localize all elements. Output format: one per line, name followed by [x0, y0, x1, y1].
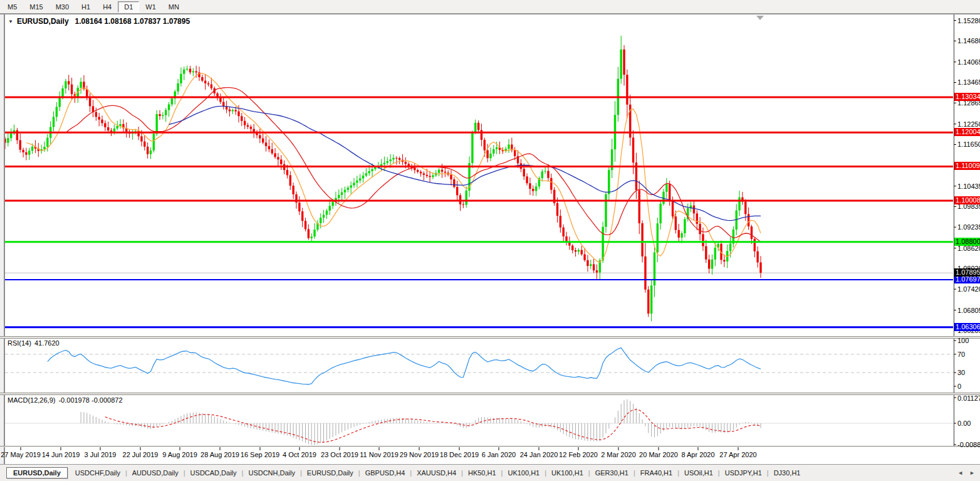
date-axis-label: 12 Feb 2020: [559, 451, 598, 458]
date-axis-label: 8 Apr 2020: [681, 451, 714, 458]
rsi-name: RSI(14): [8, 339, 31, 347]
date-axis-label: 28 Aug 2019: [201, 451, 239, 458]
tab-usdcnh-daily[interactable]: USDCNH,Daily: [243, 467, 300, 478]
date-axis-label: 11 Nov 2019: [360, 451, 399, 458]
price-axis-label: 1.14680: [957, 37, 980, 45]
date-axis-label: 2 Mar 2020: [601, 451, 636, 458]
macd-axis-label: 0.00: [957, 420, 971, 427]
date-axis-label: 27 Apr 2020: [719, 451, 756, 458]
tab-eurusd-daily[interactable]: EURUSD,Daily: [302, 467, 358, 478]
tab-uk100-h1[interactable]: UK100,H1: [503, 467, 545, 478]
tab-usoil-h1[interactable]: USOil,H1: [679, 467, 718, 478]
tab-gbpusd-h4[interactable]: GBPUSD,H4: [360, 467, 410, 478]
chart-title: ▼ EURUSD,Daily 1.08164 1.08168 1.07837 1…: [8, 17, 190, 26]
price-line-badge: 1.08800: [954, 238, 980, 246]
rsi-indicator-label: RSI(14)41.7620: [8, 339, 60, 347]
tab-hk50-h1[interactable]: HK50,H1: [463, 467, 501, 478]
chart-symbol-period: EURUSD,Daily: [17, 17, 69, 26]
price-axis-label: 1.10435: [957, 182, 980, 190]
rsi-axis-label: 70: [957, 351, 965, 358]
tab-scroll-left-icon[interactable]: ◄: [957, 470, 963, 476]
price-axis-label: 1.06805: [957, 307, 980, 314]
date-axis-label: 9 Aug 2019: [162, 451, 197, 458]
current-price-badge: 1.07895: [954, 268, 980, 277]
price-axis-label: 1.11650: [957, 140, 980, 148]
date-axis-label: 16 Sep 2019: [241, 451, 279, 458]
tab-uk100-h1[interactable]: UK100,H1: [546, 467, 588, 478]
date-axis-label: 4 Oct 2019: [283, 451, 316, 458]
tab-fra40-h1[interactable]: FRA40,H1: [635, 467, 677, 478]
date-axis-label: 27 May 2019: [1, 451, 41, 458]
tab-usdjpy-h1[interactable]: USDJPY,H1: [720, 467, 767, 478]
chart-shift-marker-icon: [756, 16, 764, 20]
macd-axis-label: 0.011277: [957, 394, 980, 402]
date-axis-label: 18 Dec 2019: [440, 451, 479, 458]
macd-name: MACD(12,26,9): [8, 396, 55, 404]
chart-tab-bar: EURUSD,DailyUSDCHF,Daily|AUDUSD,Daily|US…: [0, 464, 980, 481]
chart-dropdown-icon[interactable]: ▼: [8, 19, 13, 24]
rsi-axis-label: 100: [957, 337, 969, 344]
macd-values: -0.001978 -0.000872: [58, 396, 122, 404]
price-line-badge: 1.11009: [954, 162, 980, 170]
price-line-badge: 1.10008: [954, 196, 980, 204]
date-axis-label: 24 Jan 2020: [520, 451, 558, 458]
tab-usdcad-daily[interactable]: USDCAD,Daily: [185, 467, 242, 478]
tab-scroll-right-icon[interactable]: ►: [969, 470, 975, 476]
date-axis-label: 6 Jan 2020: [482, 451, 516, 458]
price-axis-label: 1.14065: [957, 58, 980, 66]
price-axis-label: 1.15280: [957, 17, 980, 24]
mt4-window: M5M15M30H1H4D1W1MN ▼ EURUSD,Daily 1.0816…: [0, 0, 980, 481]
date-axis-label: 29 Nov 2019: [400, 451, 439, 458]
rsi-value: 41.7620: [34, 339, 60, 347]
date-axis-label: 23 Oct 2019: [321, 451, 358, 458]
tab-xauusd-h4[interactable]: XAUUSD,H4: [412, 467, 461, 478]
price-axis-label: 1.12250: [957, 120, 980, 128]
tab-audusd-daily[interactable]: AUDUSD,Daily: [127, 467, 184, 478]
tab-scroll-arrows: ◄►: [957, 470, 975, 476]
tab-dj30-h1[interactable]: DJ30,H1: [769, 467, 806, 478]
price-axis-label: 1.09235: [957, 223, 980, 231]
tab-ger30-h1[interactable]: GER30,H1: [590, 467, 633, 478]
tab-usdchf-daily[interactable]: USDCHF,Daily: [70, 467, 125, 478]
macd-indicator-label: MACD(12,26,9)-0.001978 -0.000872: [8, 396, 123, 404]
chart-ohlc-values: 1.08164 1.08168 1.07837 1.07895: [75, 17, 190, 26]
price-chart-canvas[interactable]: [0, 0, 980, 481]
tab-eurusd-daily[interactable]: EURUSD,Daily: [6, 467, 68, 478]
rsi-axis-label: 0: [957, 383, 961, 390]
macd-axis-label: -0.008845: [957, 441, 980, 448]
price-axis-label: 1.13465: [957, 78, 980, 86]
date-axis-label: 22 Jul 2019: [123, 451, 159, 458]
date-axis-label: 14 Jun 2019: [42, 451, 80, 458]
price-line-badge: 1.12004: [954, 128, 980, 136]
date-axis-label: 20 Mar 2020: [639, 451, 678, 458]
price-line-badge: 1.13034: [954, 93, 980, 101]
price-axis-label: 1.07420: [957, 285, 980, 293]
price-line-badge: 1.06306: [954, 323, 980, 331]
rsi-axis-label: 30: [957, 369, 965, 376]
date-axis-label: 3 Jul 2019: [85, 451, 117, 458]
